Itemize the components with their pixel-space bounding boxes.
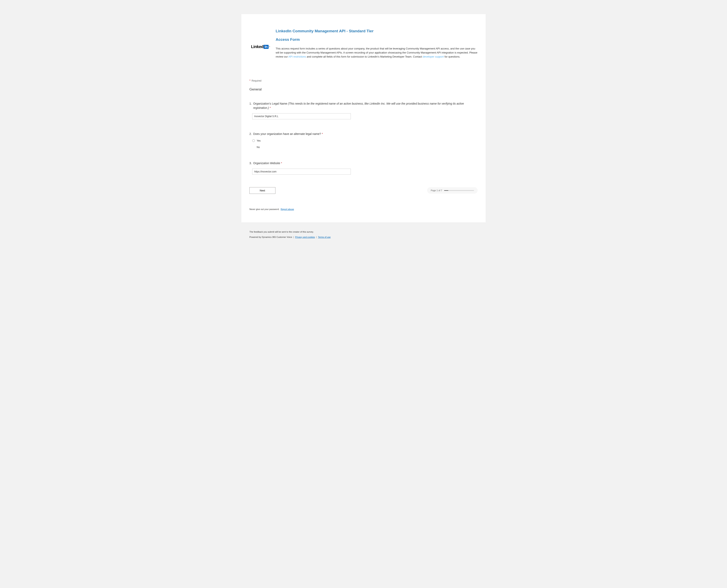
radio-option-yes[interactable]: Yes (252, 139, 478, 142)
question-alternate-name: 2. Does your organization have an altern… (249, 132, 478, 149)
logo-in-badge: in (264, 45, 268, 49)
intro-part2: and complete all fields of this form for… (306, 55, 423, 58)
question-text: Organization's Legal Name (This needs to… (253, 102, 478, 110)
org-legal-name-input[interactable] (252, 113, 351, 119)
page-count-label: Page 1 of 7 (431, 189, 442, 192)
logo-cell: Linkedin® (249, 28, 272, 49)
question-number: 2. (249, 132, 252, 136)
api-restrictions-link[interactable]: API restrictions (288, 55, 306, 58)
next-button[interactable]: Next (249, 187, 275, 194)
nav-row: Next Page 1 of 7 (249, 187, 478, 194)
progress-fill (444, 190, 448, 191)
radio-label: Yes (257, 139, 261, 142)
intro-text: This access request form includes a seri… (276, 47, 478, 59)
question-text: Organization Website * (253, 161, 478, 165)
report-abuse-link[interactable]: Report abuse (281, 208, 294, 210)
footer-feedback-note: The feedback you submit will be sent to … (249, 231, 478, 233)
form-header: Linkedin® LinkedIn Community Management … (249, 28, 478, 59)
footer-powered-by: Powered by Dynamics 365 Customer Voice |… (249, 236, 478, 238)
org-website-input[interactable] (252, 169, 351, 175)
logo-registered: ® (269, 46, 270, 48)
linkedin-logo: Linkedin® (251, 44, 270, 49)
privacy-cookies-link[interactable]: Privacy and cookies (295, 236, 315, 238)
footer: The feedback you submit will be sent to … (241, 227, 486, 242)
logo-text: Linked (251, 44, 263, 49)
question-text: Does your organization have an alternate… (253, 132, 478, 136)
radio-spacer (252, 146, 255, 148)
progress-bar (444, 190, 474, 191)
radio-option-no[interactable]: No (252, 146, 478, 149)
radio-icon (252, 139, 255, 142)
question-number: 3. (249, 161, 252, 165)
terms-of-use-link[interactable]: Terms of use (318, 236, 331, 238)
developer-support-link[interactable]: developer support (423, 55, 444, 58)
form-card: Linkedin® LinkedIn Community Management … (241, 14, 486, 223)
radio-label: No (257, 146, 260, 149)
intro-part3: for questions. (444, 55, 460, 58)
form-title: LinkedIn Community Management API - Stan… (276, 28, 478, 34)
required-label: Required (252, 79, 262, 82)
section-heading-general: General (249, 87, 478, 91)
required-star-icon: * (249, 79, 250, 82)
question-org-website: 3. Organization Website * (249, 161, 478, 175)
question-org-legal-name: 1. Organization's Legal Name (This needs… (249, 102, 478, 119)
password-warning-text: Never give out your password. (249, 208, 279, 210)
password-warning: Never give out your password. Report abu… (249, 208, 478, 210)
required-note: * Required (249, 79, 478, 82)
form-subtitle: Access Form (276, 37, 478, 42)
progress-indicator: Page 1 of 7 (427, 187, 478, 194)
question-number: 1. (249, 102, 252, 110)
